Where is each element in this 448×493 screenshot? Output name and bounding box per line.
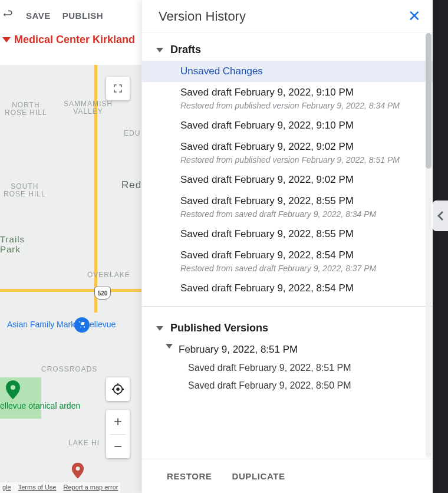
locate-button[interactable] bbox=[106, 377, 130, 401]
draft-entry[interactable]: Unsaved Changes bbox=[142, 61, 433, 82]
chevron-down-icon[interactable] bbox=[156, 326, 163, 331]
draft-entry-label: Saved draft February 9, 2022, 8:55 PM bbox=[180, 228, 354, 239]
draft-entry-subtext: Restored from published version February… bbox=[180, 155, 421, 165]
version-history-title: Version History bbox=[159, 9, 246, 24]
draft-entry[interactable]: Saved draft February 9, 2022, 9:10 PMRes… bbox=[142, 82, 433, 115]
draft-entry-label: Saved draft February 9, 2022, 9:10 PM bbox=[180, 87, 354, 98]
report-error-link[interactable]: Report a map error bbox=[63, 484, 118, 492]
divider bbox=[142, 306, 433, 307]
draft-entry-label: Saved draft February 9, 2022, 9:02 PM bbox=[180, 174, 354, 185]
map-label: NORTH ROSE HILL bbox=[5, 101, 47, 117]
drawer-handle[interactable] bbox=[433, 201, 448, 231]
draft-entry-label: Saved draft February 9, 2022, 8:55 PM bbox=[180, 195, 354, 206]
scrollbar-thumb[interactable] bbox=[426, 33, 431, 169]
save-button[interactable]: SAVE bbox=[26, 11, 51, 21]
draft-entry[interactable]: Saved draft February 9, 2022, 9:10 PM bbox=[142, 115, 433, 136]
map-creds[interactable]: gle bbox=[2, 484, 11, 492]
chevron-down-icon[interactable] bbox=[166, 344, 173, 349]
version-history-body: Drafts Unsaved ChangesSaved draft Februa… bbox=[142, 33, 433, 459]
zoom-in-button[interactable]: + bbox=[106, 410, 130, 434]
draft-entry-label: Unsaved Changes bbox=[180, 65, 263, 77]
published-label: Published Versions bbox=[170, 322, 268, 334]
published-child-entry[interactable]: Saved draft February 9, 2022, 8:51 PM bbox=[179, 359, 421, 377]
map-label: ellevue otanical arden bbox=[0, 401, 80, 411]
restore-button[interactable]: RESTORE bbox=[167, 471, 212, 481]
zoom-out-button[interactable]: − bbox=[106, 435, 130, 459]
drafts-label: Drafts bbox=[170, 44, 201, 56]
map-label: Redm bbox=[121, 180, 141, 191]
draft-entry-label: Saved draft February 9, 2022, 9:10 PM bbox=[180, 120, 354, 131]
publish-button[interactable]: PUBLISH bbox=[62, 11, 103, 21]
draft-entry-label: Saved draft February 9, 2022, 8:54 PM bbox=[180, 249, 354, 261]
fullscreen-button[interactable] bbox=[106, 77, 130, 100]
map[interactable]: NORTH ROSE HILL SAMMAMISH VALLEY EDU SOU… bbox=[0, 65, 141, 493]
draft-entry-subtext: Restored from saved draft February 9, 20… bbox=[180, 209, 421, 219]
draft-entry[interactable]: Saved draft February 9, 2022, 9:02 PM bbox=[142, 169, 433, 190]
map-label: SOUTH ROSE HILL bbox=[4, 183, 46, 198]
drafts-section-header[interactable]: Drafts bbox=[142, 39, 433, 61]
draft-entry-label: Saved draft February 9, 2022, 9:02 PM bbox=[180, 141, 354, 152]
map-label: OVERLAKE bbox=[87, 271, 130, 279]
published-entry-label: February 9, 2022, 8:51 PM bbox=[179, 344, 421, 359]
draft-entry[interactable]: Saved draft February 9, 2022, 9:02 PMRes… bbox=[142, 136, 433, 169]
location-selector[interactable]: Medical Center Kirkland bbox=[0, 31, 136, 48]
duplicate-button[interactable]: DUPLICATE bbox=[232, 471, 285, 481]
map-label: LAKE HI bbox=[68, 439, 100, 447]
map-pin-icon[interactable] bbox=[72, 462, 84, 478]
draft-entry[interactable]: Saved draft February 9, 2022, 8:54 PM bbox=[142, 278, 433, 299]
svg-point-1 bbox=[116, 387, 120, 391]
route-shield-520: 520 bbox=[94, 287, 111, 300]
window-edge bbox=[433, 0, 448, 493]
map-poi-label[interactable]: Asian Family Market Bellevue bbox=[7, 320, 116, 330]
redo-icon[interactable] bbox=[2, 9, 14, 22]
draft-entry-subtext: Restored from published version February… bbox=[180, 101, 421, 110]
map-attribution: gle Terms of Use Report a map error bbox=[0, 482, 120, 493]
map-label: SAMMAMISH VALLEY bbox=[64, 100, 113, 116]
version-history-footer: RESTORE DUPLICATE bbox=[142, 459, 433, 493]
close-icon[interactable]: ✕ bbox=[408, 7, 421, 25]
draft-entry-label: Saved draft February 9, 2022, 8:54 PM bbox=[180, 282, 354, 294]
map-label: Trails Park bbox=[0, 235, 25, 254]
park-pin-icon[interactable] bbox=[6, 380, 20, 399]
map-label: CROSSROADS bbox=[41, 366, 97, 373]
version-history-panel: Version History ✕ Drafts Unsaved Changes… bbox=[141, 0, 433, 493]
zoom-control: + − bbox=[106, 410, 130, 458]
published-section-header[interactable]: Published Versions bbox=[142, 317, 433, 339]
draft-entry[interactable]: Saved draft February 9, 2022, 8:54 PMRes… bbox=[142, 245, 433, 278]
caret-down-icon bbox=[2, 37, 11, 42]
published-entry[interactable]: February 9, 2022, 8:51 PMSaved draft Feb… bbox=[142, 339, 433, 395]
draft-entry-subtext: Restored from saved draft February 9, 20… bbox=[180, 264, 421, 273]
terms-link[interactable]: Terms of Use bbox=[18, 484, 57, 492]
map-label: EDU bbox=[124, 130, 140, 137]
published-child-entry[interactable]: Saved draft February 9, 2022, 8:50 PM bbox=[179, 377, 421, 395]
draft-entry[interactable]: Saved draft February 9, 2022, 8:55 PMRes… bbox=[142, 190, 433, 224]
chevron-down-icon[interactable] bbox=[156, 48, 163, 52]
location-name: Medical Center Kirkland bbox=[14, 34, 135, 46]
draft-entry[interactable]: Saved draft February 9, 2022, 8:55 PM bbox=[142, 224, 433, 245]
